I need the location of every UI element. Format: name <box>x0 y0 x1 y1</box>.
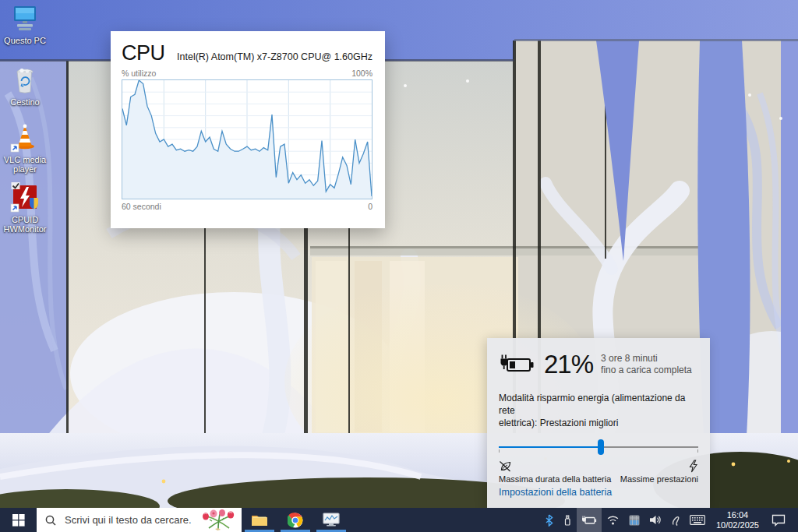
windows-desktop: Questo PC Cestino <box>0 0 798 532</box>
cpu-window-title: CPU <box>122 41 165 65</box>
action-center-button[interactable] <box>765 514 793 527</box>
vlc-icon <box>10 123 40 153</box>
battery-percent: 21% <box>544 350 593 379</box>
power-mode-text: Modalità risparmio energia (alimentazion… <box>499 392 698 429</box>
desktop-icon-label: Cestino <box>10 97 39 107</box>
start-button[interactable] <box>0 508 37 532</box>
performance-bolt-icon <box>688 460 698 473</box>
hwmonitor-icon <box>10 183 40 213</box>
cpu-performance-window: CPU Intel(R) Atom(TM) x7-Z8700 CPU@ 1.60… <box>111 31 385 228</box>
clock-date: 10/02/2025 <box>716 520 759 530</box>
slider-fill <box>499 446 601 448</box>
slider-thumb[interactable] <box>598 439 604 455</box>
battery-eta-line2: fino a carica completa <box>601 365 692 376</box>
battery-saver-leaf-icon <box>499 460 512 473</box>
desktop-icon-vlc[interactable]: VLC media player <box>0 123 50 174</box>
cpu-axis-max-label: 100% <box>351 69 373 78</box>
system-tray: 16:04 10/02/2025 <box>540 508 798 532</box>
slider-right-label: Massime prestazioni <box>620 474 698 484</box>
windows-logo-icon <box>12 514 25 527</box>
taskbar-chrome-button[interactable] <box>277 508 313 532</box>
taskbar-clock[interactable]: 16:04 10/02/2025 <box>710 510 765 530</box>
battery-eta-line1: 3 ore 8 minuti <box>601 353 692 365</box>
battery-flyout: 21% 3 ore 8 minuti fino a carica complet… <box>487 338 710 508</box>
cpu-model-subtitle: Intel(R) Atom(TM) x7-Z8700 CPU@ 1.60GHz <box>177 51 373 62</box>
slider-left-label: Massima durata della batteria <box>499 474 611 484</box>
battery-tray-icon[interactable] <box>577 508 602 532</box>
battery-eta: 3 ore 8 minuti fino a carica completa <box>601 353 692 376</box>
volume-icon[interactable] <box>644 508 666 532</box>
power-mode-slider[interactable] <box>499 439 698 455</box>
slider-tick-left <box>499 449 500 453</box>
notification-icon <box>772 514 786 527</box>
recycle-bin-icon <box>12 65 37 95</box>
cpu-axis-60s-label: 60 secondi <box>122 202 161 211</box>
taskbar-search-box[interactable] <box>37 508 242 532</box>
file-explorer-icon <box>251 513 268 527</box>
cpu-usage-chart <box>122 79 373 199</box>
desktop-icon-label: CPUID HWMonitor <box>0 215 50 234</box>
pen-tray-icon[interactable] <box>666 508 685 532</box>
slider-tick-right <box>697 449 698 453</box>
search-highlight-flowers-icon[interactable] <box>198 509 238 530</box>
cpu-axis-utilization-label: % utilizzo <box>122 69 156 78</box>
desktop-icon-this-pc[interactable]: Questo PC <box>0 4 50 45</box>
chrome-icon <box>288 513 303 528</box>
cpu-axis-0-label: 0 <box>368 202 373 211</box>
this-pc-icon <box>10 4 40 33</box>
desktop-icon-label: Questo PC <box>4 36 46 45</box>
bluetooth-icon[interactable] <box>540 508 558 532</box>
battery-charging-icon <box>499 354 536 375</box>
desktop-icon-label: VLC media player <box>0 155 50 174</box>
battery-settings-link[interactable]: Impostazioni della batteria <box>499 487 612 498</box>
graphics-app-tray-icon[interactable] <box>624 508 644 532</box>
usb-device-icon[interactable] <box>558 508 577 532</box>
taskbar: 16:04 10/02/2025 <box>0 508 798 532</box>
wifi-icon[interactable] <box>602 508 624 532</box>
desktop-icon-recycle-bin[interactable]: Cestino <box>0 65 50 107</box>
touch-keyboard-icon[interactable] <box>685 508 710 532</box>
cpu-chart-svg <box>122 80 372 199</box>
clock-time: 16:04 <box>727 510 749 520</box>
taskbar-file-explorer-button[interactable] <box>242 508 277 532</box>
search-input[interactable] <box>63 513 198 527</box>
desktop-icon-hwmonitor[interactable]: CPUID HWMonitor <box>0 183 50 234</box>
task-manager-icon <box>323 513 340 527</box>
taskbar-task-manager-button[interactable] <box>313 508 349 532</box>
search-icon <box>45 515 56 526</box>
